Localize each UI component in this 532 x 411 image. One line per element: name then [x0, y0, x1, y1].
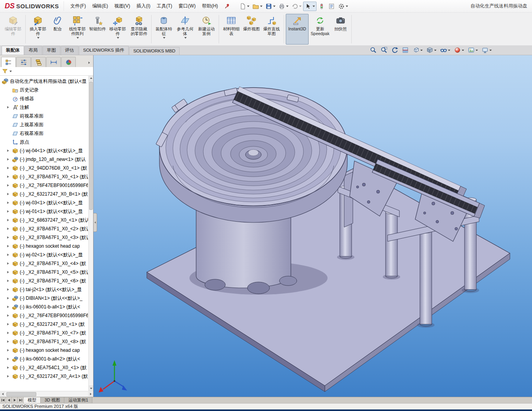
file-properties-button[interactable] — [327, 2, 336, 11]
open-button[interactable] — [251, 2, 264, 11]
save-button[interactable] — [264, 2, 277, 11]
expand-arrow-icon[interactable] — [7, 349, 9, 351]
tree-item-component[interactable]: (-) iks-06001-b-all<1> (默认< — [0, 303, 93, 311]
tab-3d-views[interactable]: 3D 视图 — [41, 397, 64, 403]
expand-arrow-icon[interactable] — [7, 280, 9, 282]
options-button[interactable] — [337, 2, 349, 11]
zoom-area-button[interactable] — [380, 46, 388, 54]
ribbon-button-reference-geometry[interactable]: 参考几何体 — [174, 14, 196, 45]
expand-arrow-icon[interactable] — [7, 158, 9, 161]
tab-displaymanager[interactable] — [61, 57, 76, 67]
tab-model[interactable]: 模型 — [24, 397, 41, 403]
ribbon-button-instant3d[interactable]: Instant3D — [286, 14, 309, 45]
tree-horizontal-scrollbar[interactable] — [0, 391, 93, 397]
tree-item-component[interactable]: (-) _X2_63217247_X0_B<1> (默 — [0, 190, 93, 198]
tree-item-front-plane[interactable]: 前视基准面 — [0, 112, 93, 120]
ribbon-button-show-hidden-components[interactable]: 显示隐藏的零部件 — [128, 14, 150, 45]
panel-collapse-handle[interactable] — [94, 213, 97, 232]
tree-item-component[interactable]: (-) DIBIAN<1> (默认<<默认>_ — [0, 294, 93, 303]
tree-item-component[interactable]: (-) _X2_87BA67F1_X0_<1> (默认 — [0, 172, 93, 181]
expand-arrow-icon[interactable] — [7, 332, 9, 334]
last-tab-button[interactable] — [18, 397, 24, 403]
tree-item-right-plane[interactable]: 右视基准面 — [0, 129, 93, 138]
expand-arrow-icon[interactable] — [7, 184, 9, 187]
tab-dimxpertmanager[interactable] — [46, 57, 61, 67]
print-button[interactable] — [277, 2, 290, 11]
tree-item-component[interactable]: (-) wj-01<1> (默认<<默认>_显 — [0, 207, 93, 216]
ribbon-button-assembly-features[interactable]: 装配体特征 — [153, 14, 174, 45]
tree-item-component[interactable]: (-) tai-j2<1> (默认<<默认>_显 — [0, 285, 93, 294]
tab-layout[interactable]: 布局 — [24, 46, 42, 55]
expand-arrow-icon[interactable] — [7, 106, 9, 108]
expand-arrow-icon[interactable] — [7, 202, 9, 204]
menu-view[interactable]: 视图(V) — [111, 0, 133, 12]
tab-configurationmanager[interactable] — [31, 57, 46, 67]
select-tool-button[interactable] — [303, 2, 317, 11]
new-document-button[interactable] — [238, 2, 251, 11]
expand-arrow-icon[interactable] — [7, 176, 9, 178]
ribbon-button-move-component[interactable]: 移动零部件 — [107, 14, 128, 45]
tree-item-component[interactable]: (-) _X2_87BA67F1_X0_<2> (默认 — [0, 224, 93, 233]
tree-item-component[interactable]: (-) _X2_76F47EBF900165998F6 — [0, 181, 93, 190]
ribbon-button-mate[interactable]: 配合 — [49, 14, 67, 45]
expand-arrow-icon[interactable] — [7, 306, 9, 308]
tree-item-component[interactable]: (-) _X2_87BA67F1_X0_<4> (默 — [0, 259, 93, 268]
expand-arrow-icon[interactable] — [7, 193, 9, 195]
tree-item-component[interactable]: (-) wj-02<1> (默认<<默认>_显 — [0, 250, 93, 259]
ribbon-button-exploded-view[interactable]: 爆炸视图 — [242, 14, 261, 45]
mount-bracket-plate[interactable] — [344, 172, 353, 227]
tree-filter-bar[interactable] — [0, 67, 93, 76]
previous-view-button[interactable] — [390, 46, 399, 54]
expand-arrow-icon[interactable] — [7, 228, 9, 230]
tree-item-history[interactable]: 历史记录 — [0, 86, 93, 94]
expand-arrow-icon[interactable] — [7, 262, 9, 265]
tree-item-component[interactable]: (-) _X2_4EA754C1_X0_<1> (默 — [0, 363, 93, 372]
undo-button[interactable] — [290, 2, 303, 11]
expand-arrow-icon[interactable] — [7, 219, 9, 221]
section-view-button[interactable] — [401, 46, 410, 54]
menu-tools[interactable]: 工具(T) — [154, 0, 175, 12]
hide-show-items-button[interactable] — [439, 46, 451, 54]
ribbon-button-new-motion-study[interactable]: 新建运动算例 — [196, 14, 217, 45]
tab-featuremanager-design-tree[interactable] — [1, 57, 16, 67]
ribbon-button-explode-line-sketch[interactable]: 爆炸直线草图 — [261, 14, 282, 45]
expand-arrow-icon[interactable] — [7, 236, 9, 239]
tree-item-component[interactable]: (-) _X2_76F47EBF900165998F6 — [0, 311, 93, 320]
tree-item-assembly-root[interactable]: 自动化生产线送料用振动盘 (默认<显 — [0, 77, 93, 86]
tree-item-component[interactable]: (-) _X2_63217247_X0_<1> (默 — [0, 320, 93, 329]
expand-arrow-icon[interactable] — [7, 167, 9, 169]
pin-menu-icon[interactable] — [224, 3, 230, 9]
tab-solidworks-mbd[interactable]: SOLIDWORKS MBD — [129, 47, 180, 55]
menu-insert[interactable]: 插入(I) — [133, 0, 154, 12]
tree-item-component[interactable]: (-) iks-06001-b-all<2> (默认< — [0, 355, 93, 363]
ribbon-button-take-snapshot[interactable]: 拍快照 — [332, 14, 350, 45]
menu-file[interactable]: 文件(F) — [67, 0, 89, 12]
ribbon-button-smart-fasteners[interactable]: 智能扣件 — [88, 14, 107, 45]
menu-window[interactable]: 窗口(W) — [175, 0, 199, 12]
tree-item-component[interactable]: (-) _X2_94DD76D8_X0_<1> (默 — [0, 164, 93, 172]
tab-evaluate[interactable]: 评估 — [61, 46, 79, 55]
scroll-up-button[interactable] — [89, 76, 93, 81]
next-tab-button[interactable] — [12, 397, 18, 403]
tree-item-sensors[interactable]: 传感器 — [0, 94, 93, 103]
expand-arrow-icon[interactable] — [7, 149, 9, 152]
tree-item-component[interactable]: (-) _X2_63217247_X0_A<1> (默 — [0, 372, 93, 381]
view-settings-button[interactable] — [481, 46, 493, 54]
first-tab-button[interactable] — [0, 397, 6, 403]
tree-item-component[interactable]: (-) _X2_87BA67F1_X0_<3> (默认 — [0, 233, 93, 242]
tab-sketch[interactable]: 草图 — [43, 46, 60, 55]
apply-scene-button[interactable] — [467, 46, 479, 54]
vibratory-feeder-model[interactable] — [94, 55, 532, 397]
expand-arrow-icon[interactable] — [7, 288, 9, 291]
tab-assembly[interactable]: 装配体 — [2, 46, 24, 55]
expand-arrow-icon[interactable] — [7, 358, 9, 360]
expand-arrow-icon[interactable] — [7, 375, 9, 377]
tree-item-component[interactable]: (-) wj-04<1> (默认<<默认>_显 — [0, 146, 93, 155]
tab-propertymanager[interactable] — [16, 57, 31, 67]
tree-item-component[interactable]: (-) wj-03<1> (默认<<默认>_显 — [0, 198, 93, 207]
tree-item-top-plane[interactable]: 上视基准面 — [0, 120, 93, 129]
menu-help[interactable]: 帮助(H) — [199, 0, 221, 12]
expand-arrow-icon[interactable] — [7, 245, 9, 247]
view-orientation-button[interactable] — [412, 46, 423, 54]
expand-arrow-icon[interactable] — [7, 271, 9, 273]
